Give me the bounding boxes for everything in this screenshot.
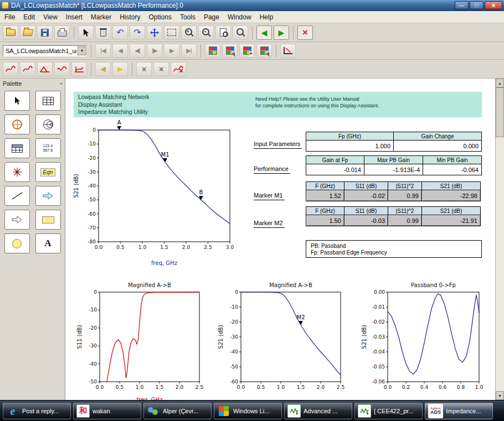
insert-trace-button-3[interactable] [37,62,53,76]
open-button[interactable] [20,25,35,40]
menu-page[interactable]: Page [204,13,219,21]
undo-button[interactable]: ↶ [112,25,128,40]
palette-smith-plot-tool[interactable] [35,115,61,134]
insert-trace-button-5[interactable] [71,62,87,76]
new-button[interactable] [3,25,18,40]
table-value-cell[interactable]: 0.000 [393,140,482,152]
marker-m2-label: Marker M2 [254,220,285,228]
menu-help[interactable]: Help [260,13,274,21]
save-button[interactable] [37,25,53,40]
scroll-up-button[interactable]: ▲ [496,79,504,87]
palette-pointer-tool[interactable] [4,91,30,111]
taskbar-item-cee422[interactable]: [ CEE422_pr... [354,403,423,419]
previous-page-button[interactable]: ◀ [256,25,272,40]
table-value-cell[interactable]: 1.52 [306,190,344,201]
insert-trace-button-1[interactable] [3,62,18,76]
delete-button[interactable] [95,25,111,40]
first-plot-button[interactable]: |◀ [95,44,111,58]
redo-button[interactable]: ↷ [130,25,145,40]
zoom-area-button[interactable] [164,25,179,40]
smith-chart-icon [43,119,54,130]
prev-marker-button[interactable]: ◀ [95,62,111,76]
maximize-button[interactable]: □ [470,1,484,9]
tile-plots-button[interactable] [205,44,220,58]
menu-view[interactable]: View [43,13,58,21]
table-value-cell: -0.014 [306,164,364,175]
prev-plot-button[interactable]: ◀ [112,44,128,58]
move-tool-button[interactable] [147,25,162,40]
svg-text:2.5: 2.5 [196,384,203,390]
zoom-in-button[interactable]: + [181,25,197,40]
palette-pin-icon[interactable]: ▪ [60,81,62,86]
palette-antenna-plot-tool[interactable] [4,162,30,182]
zoom-out-button[interactable]: − [198,25,214,40]
equation-icon: Eqn [40,168,56,176]
table-value-cell[interactable]: 1.000 [306,140,394,152]
palette-hollow-arrow-tool[interactable] [4,210,30,230]
insert-trace-button-4[interactable] [54,62,70,76]
vertical-scrollbar[interactable]: ▲ ▼ [495,79,504,400]
palette-line-tool[interactable] [4,186,30,206]
add-plot-button[interactable]: + [239,44,255,58]
zoom-page-icon [220,28,227,37]
palette-polar-plot-tool[interactable] [4,115,30,134]
palette-equation-tool[interactable]: Eqn [35,162,61,182]
separator [276,44,276,58]
prev-end-plot-button[interactable]: ◀| [130,44,145,58]
dataset-dropdown[interactable]: SA_LCLowpassMatch1_untitle ▼ [3,45,87,56]
taskbar-item-impedance[interactable]: Agilent ADS Impedance... [425,403,493,419]
close-button[interactable]: × [485,1,502,9]
menu-insert[interactable]: Insert [66,13,83,21]
palette-text-tool[interactable]: A [35,233,61,253]
menu-options[interactable]: Options [149,13,172,21]
delete-item-button[interactable]: × [297,25,313,40]
pointer-tool-button[interactable] [78,25,94,40]
menu-history[interactable]: History [120,13,140,21]
print-button[interactable] [54,25,70,40]
rectangular-plot-button[interactable] [280,44,296,58]
table-value-cell[interactable]: 1.50 [306,215,344,226]
taskbar-item-messenger[interactable]: Alper (Çevr... [143,403,212,419]
menu-tools[interactable]: Tools [180,13,196,21]
menu-edit[interactable]: Edit [23,13,35,21]
next-start-plot-button[interactable]: |▶ [147,44,162,58]
next-page-button[interactable]: ▶ [274,25,289,40]
scroll-down-button[interactable]: ▼ [496,391,504,400]
find-plot-button[interactable]: q [256,44,272,58]
scrollbar-thumb[interactable] [496,87,504,137]
agilent-ads-logo: Agilent ADS [428,404,443,418]
taskbar-item-advanced[interactable]: Advanced ... [284,403,352,419]
minimize-button[interactable]: — [455,1,469,9]
next-plot-button[interactable]: ▶ [164,44,179,58]
zoom-out-icon: − [202,28,211,37]
menu-file[interactable]: File [4,13,15,21]
palette-arrow-tool[interactable] [35,186,61,206]
internet-explorer-icon: e [6,404,19,418]
table-value-cell: -0.02 [344,190,388,201]
zoom-page-button[interactable] [215,25,231,40]
delete-trace-button[interactable] [171,62,186,76]
window-title: DA_LCLowpassMatch* [LCLowpassMatch Perfo… [11,2,452,9]
titlebar[interactable]: DA_LCLowpassMatch* [LCLowpassMatch Perfo… [0,0,504,11]
delete-marker-button[interactable]: × [136,62,152,76]
delete-all-markers-button[interactable]: × [153,62,169,76]
palette-circle-tool[interactable] [4,233,30,253]
menu-marker[interactable]: Marker [91,13,111,21]
zoom-plot-button[interactable]: q [222,44,238,58]
palette-rectangle-tool[interactable] [35,210,61,230]
taskbar-item-browser[interactable]: e Post a reply... [3,403,71,419]
insert-trace-button-2[interactable] [20,62,35,76]
table-header-cell: |S11|^2 [388,181,422,190]
palette-list-tool[interactable] [4,138,30,158]
marker-prev-icon: ◀ [100,65,106,73]
taskbar-item-wakan[interactable]: 和 wakan [73,403,141,419]
palette-stacked-list-tool[interactable]: 123 4567 8 [35,138,61,158]
menu-window[interactable]: Window [228,13,251,21]
next-marker-button[interactable]: ▶ [112,62,128,76]
scrollbar-track[interactable] [496,87,504,391]
taskbar-item-windows-live[interactable]: Windows Li... [214,403,282,419]
up-arrow-icon: ▲ [498,81,502,85]
last-plot-button[interactable]: ▶| [181,44,197,58]
palette-rect-plot-tool[interactable] [35,91,61,111]
view-all-button[interactable] [233,25,248,40]
